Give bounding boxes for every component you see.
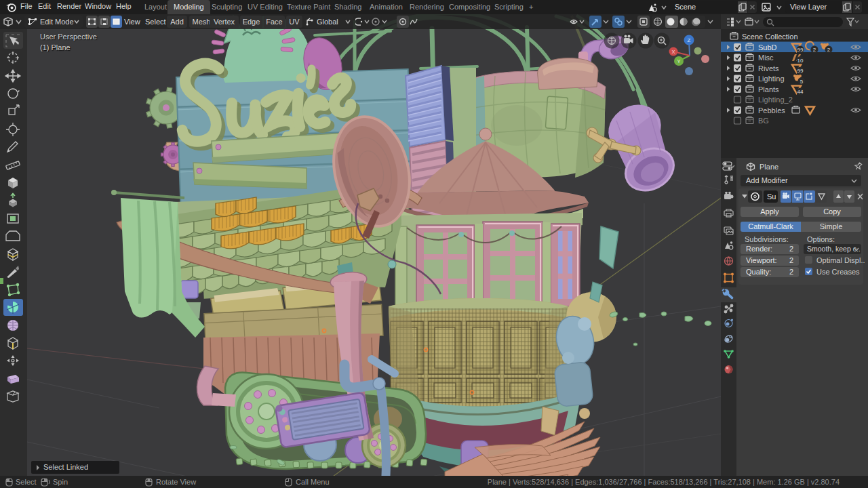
svg-text:Lighting: Lighting xyxy=(758,75,785,83)
svg-text:2: 2 xyxy=(827,47,831,53)
svg-text:BG: BG xyxy=(758,117,769,125)
svg-text:Misc: Misc xyxy=(758,54,774,62)
svg-text:99: 99 xyxy=(797,68,804,74)
svg-text:X: X xyxy=(671,49,675,55)
svg-text:Z: Z xyxy=(688,37,691,43)
svg-text:Pebbles: Pebbles xyxy=(758,106,785,115)
svg-text:99: 99 xyxy=(797,47,804,53)
svg-text:Rivets: Rivets xyxy=(758,64,779,73)
svg-text:Plants: Plants xyxy=(758,85,779,94)
svg-text:Lighting_2: Lighting_2 xyxy=(758,96,793,104)
svg-text:Y: Y xyxy=(677,58,680,64)
svg-text:SubD: SubD xyxy=(758,43,777,52)
svg-text:Scene Collection: Scene Collection xyxy=(742,33,798,41)
svg-text:44: 44 xyxy=(797,89,804,95)
svg-text:Su: Su xyxy=(767,192,776,201)
svg-text:10: 10 xyxy=(797,58,804,64)
svg-text:2: 2 xyxy=(813,47,816,53)
svg-text:5: 5 xyxy=(800,79,804,85)
